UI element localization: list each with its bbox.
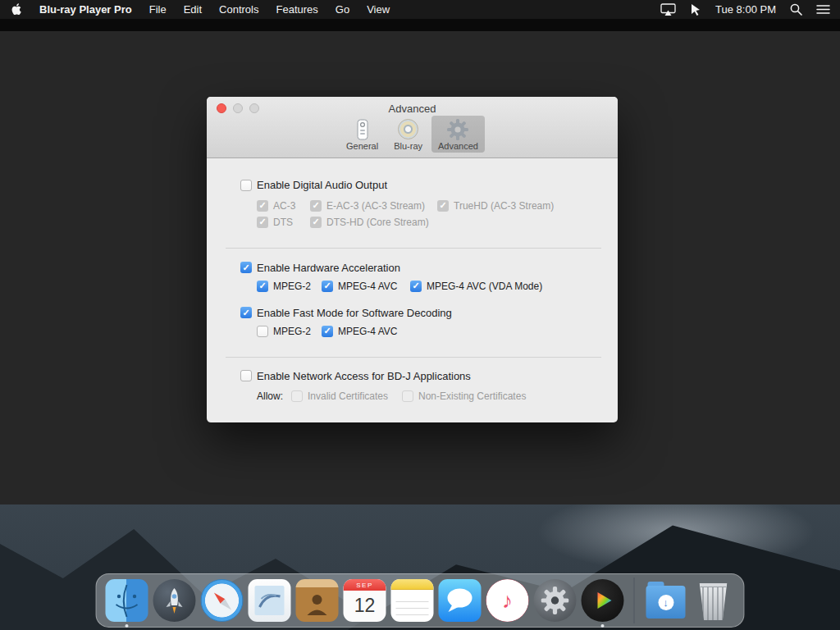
checkbox-hardware-acceleration[interactable]: Enable Hardware Acceleration [240, 262, 400, 274]
checkbox-box[interactable] [322, 281, 333, 292]
checkbox-box [310, 217, 322, 228]
checkbox-fm-mpeg2[interactable]: MPEG-2 [257, 326, 322, 337]
tab-advanced-label: Advanced [438, 141, 478, 151]
checkbox-box [437, 200, 449, 212]
checkbox-invalid-certificates: Invalid Certificates [291, 390, 402, 402]
pointer-icon[interactable] [690, 3, 701, 16]
dock-itunes-icon[interactable]: ♪ [486, 579, 529, 622]
app-menu[interactable]: Blu-ray Player Pro [39, 3, 132, 16]
checkbox-label: Enable Hardware Acceleration [257, 262, 400, 274]
checkbox-label: DTS-HD (Core Stream) [326, 217, 429, 228]
checkbox-fast-mode[interactable]: Enable Fast Mode for Software Decoding [240, 307, 452, 319]
menu-bar: Blu-ray Player Pro File Edit Controls Fe… [0, 0, 840, 19]
dock-finder-icon[interactable] [106, 579, 148, 622]
checkbox-dtshd: DTS-HD (Core Stream) [310, 217, 429, 228]
menu-go[interactable]: Go [336, 3, 349, 16]
dock-calendar-icon[interactable]: SEP 12 [344, 579, 386, 622]
checkbox-box[interactable] [240, 262, 252, 273]
checkbox-label: Non-Existing Certificates [418, 390, 526, 402]
zoom-button [249, 103, 259, 113]
checkbox-label: MPEG-4 AVC [338, 281, 397, 292]
remote-icon [357, 118, 368, 140]
dock-trash-icon[interactable] [692, 579, 735, 622]
notification-center-icon[interactable] [816, 4, 830, 15]
tab-general-label: General [346, 141, 378, 151]
music-note-glyph: ♪ [502, 590, 513, 611]
checkbox-box [291, 390, 303, 402]
menu-features[interactable]: Features [276, 3, 318, 16]
checkbox-label: E-AC-3 (AC-3 Stream) [326, 200, 425, 212]
checkbox-box[interactable] [410, 281, 422, 292]
checkbox-box[interactable] [257, 326, 268, 337]
checkbox-label: Enable Network Access for BD-J Applicati… [257, 370, 471, 382]
dock: SEP 12 ♪ [96, 573, 745, 628]
checkbox-box [310, 200, 322, 212]
minimize-button [233, 103, 243, 113]
checkbox-eac3: E-AC-3 (AC-3 Stream) [310, 200, 437, 212]
download-arrow-glyph: ↓ [658, 595, 673, 610]
checkbox-box[interactable] [257, 281, 268, 292]
checkbox-dts: DTS [257, 217, 310, 228]
menu-file[interactable]: File [149, 3, 167, 16]
apple-icon[interactable] [10, 2, 22, 16]
checkbox-ac3: AC-3 [257, 200, 310, 212]
close-button[interactable] [217, 103, 226, 113]
checkbox-hw-mpeg4avc[interactable]: MPEG-4 AVC [322, 281, 410, 292]
section-divider [226, 248, 601, 249]
checkbox-fm-mpeg4avc[interactable]: MPEG-4 AVC [322, 326, 397, 337]
checkbox-nonexisting-certificates: Non-Existing Certificates [402, 390, 526, 402]
dock-launchpad-icon[interactable] [153, 579, 196, 622]
checkbox-box [257, 217, 268, 228]
checkbox-digital-audio-output[interactable]: Enable Digital Audio Output [240, 179, 387, 191]
preferences-titlebar: Advanced General Blu-ray [207, 97, 618, 158]
dock-notes-icon[interactable] [391, 579, 434, 622]
dock-safari-icon[interactable] [201, 579, 244, 622]
menu-edit[interactable]: Edit [184, 3, 202, 16]
checkbox-label: MPEG-4 AVC (VDA Mode) [427, 281, 542, 292]
dock-contacts-icon[interactable] [296, 579, 339, 622]
checkbox-label: DTS [273, 217, 293, 228]
preferences-toolbar: General Blu-ray [207, 116, 618, 153]
dock-bluray-player-icon[interactable] [582, 579, 624, 622]
tab-general[interactable]: General [340, 116, 385, 153]
menu-view[interactable]: View [367, 3, 390, 16]
window-controls [217, 103, 259, 113]
calendar-month: SEP [344, 579, 386, 591]
checkbox-box[interactable] [322, 326, 333, 337]
checkbox-box[interactable] [240, 370, 252, 381]
checkbox-box[interactable] [240, 307, 252, 318]
checkbox-box[interactable] [240, 180, 252, 191]
menu-controls[interactable]: Controls [219, 3, 258, 16]
checkbox-label: TrueHD (AC-3 Stream) [454, 200, 554, 212]
allow-label: Allow: [257, 390, 291, 402]
checkbox-label: Invalid Certificates [308, 390, 388, 402]
running-indicator [126, 624, 129, 628]
tab-bluray-label: Blu-ray [394, 141, 422, 151]
checkbox-label: MPEG-2 [273, 281, 311, 292]
checkbox-label: Enable Digital Audio Output [257, 179, 387, 191]
dock-mail-icon[interactable] [249, 579, 291, 622]
checkbox-label: MPEG-2 [273, 326, 311, 337]
dock-downloads-icon[interactable]: ↓ [645, 579, 687, 622]
checkbox-hw-mpeg2[interactable]: MPEG-2 [257, 281, 322, 292]
checkbox-label: MPEG-4 AVC [338, 326, 397, 337]
checkbox-hw-mpeg4avc-vda[interactable]: MPEG-4 AVC (VDA Mode) [410, 281, 542, 292]
tab-advanced[interactable]: Advanced [431, 116, 485, 153]
dock-system-preferences-icon[interactable] [534, 579, 577, 622]
checkbox-truehd: TrueHD (AC-3 Stream) [437, 200, 554, 212]
disc-icon [398, 118, 418, 140]
menu-bar-clock[interactable]: Tue 8:00 PM [715, 3, 776, 16]
preferences-content: Enable Digital Audio Output AC-3 E-AC-3 … [207, 158, 618, 402]
airplay-display-icon[interactable] [660, 3, 676, 16]
checkbox-network-access[interactable]: Enable Network Access for BD-J Applicati… [240, 370, 471, 382]
checkbox-box [257, 200, 268, 212]
checkbox-box [402, 390, 413, 402]
checkbox-label: Enable Fast Mode for Software Decoding [257, 307, 452, 319]
section-divider [226, 357, 601, 358]
window-title: Advanced [207, 97, 618, 115]
checkbox-label: AC-3 [273, 200, 295, 212]
dock-messages-icon[interactable] [439, 579, 482, 622]
tab-bluray[interactable]: Blu-ray [387, 116, 429, 153]
dock-separator [634, 578, 635, 623]
spotlight-search-icon[interactable] [790, 3, 802, 16]
